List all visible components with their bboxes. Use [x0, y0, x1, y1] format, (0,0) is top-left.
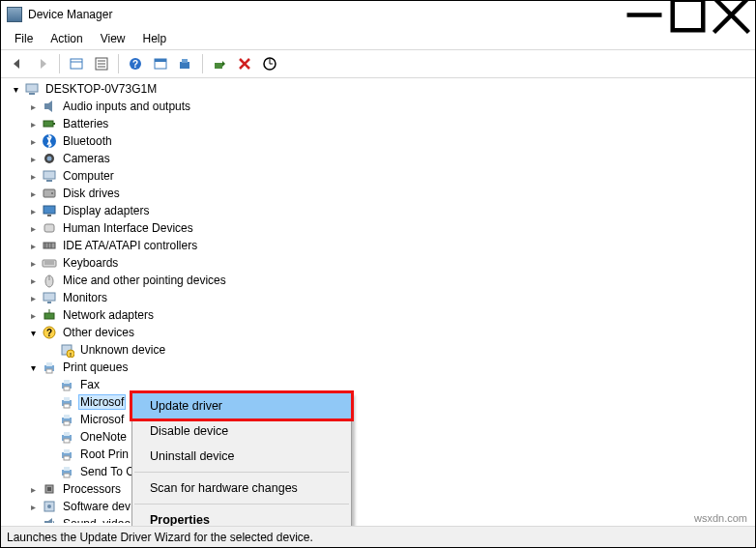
close-button[interactable] — [710, 1, 753, 28]
printer-icon — [59, 429, 74, 445]
menu-item-scan-hardware[interactable]: Scan for hardware changes — [132, 476, 351, 501]
properties-button[interactable] — [91, 53, 112, 74]
item-label: Microsof — [78, 412, 126, 427]
toolbar: ? — [1, 50, 755, 78]
tree-category[interactable]: ▸Batteries — [5, 115, 755, 132]
maximize-button[interactable] — [666, 1, 710, 28]
forward-button[interactable] — [32, 53, 53, 74]
back-button[interactable] — [7, 53, 28, 74]
enable-device-button[interactable] — [209, 53, 230, 74]
svg-rect-78 — [44, 521, 48, 523]
show-devices-button[interactable] — [150, 53, 171, 74]
tree-item[interactable]: Root Prin — [5, 446, 755, 463]
tree-category[interactable]: ▸Display adapters — [5, 202, 755, 219]
minimize-button[interactable] — [623, 1, 666, 28]
tree-category[interactable]: ▸Processors — [5, 480, 755, 498]
tree-item[interactable]: Microsof — [5, 411, 755, 428]
tree-category[interactable]: ▸Cameras — [5, 150, 755, 167]
ide-icon — [42, 238, 57, 253]
bluetooth-icon — [42, 133, 57, 149]
window-title: Device Manager — [28, 8, 623, 21]
category-label: Software dev — [61, 499, 132, 514]
chevron-right-icon[interactable]: ▸ — [26, 310, 40, 321]
svg-rect-44 — [44, 293, 55, 301]
item-label: Fax — [78, 377, 102, 392]
svg-point-27 — [47, 157, 52, 161]
chevron-right-icon[interactable]: ▸ — [26, 119, 40, 130]
tree-category[interactable]: ▸Keyboards — [5, 254, 755, 272]
tree-category[interactable]: ▸Monitors — [5, 289, 755, 306]
chevron-right-icon[interactable]: ▸ — [26, 258, 40, 269]
help-button[interactable]: ? — [125, 53, 146, 74]
chevron-right-icon[interactable]: ▸ — [26, 154, 40, 164]
chevron-right-icon[interactable]: ▸ — [26, 101, 40, 112]
chevron-right-icon[interactable]: ▸ — [26, 188, 40, 199]
svg-rect-22 — [44, 103, 48, 109]
tree-item[interactable]: Send To C — [5, 463, 755, 480]
chevron-right-icon[interactable]: ▸ — [26, 136, 40, 147]
tree-root[interactable]: ▾ DESKTOP-0V73G1M — [5, 80, 755, 98]
menu-item-uninstall-device[interactable]: Uninstall device — [132, 444, 351, 469]
chevron-right-icon[interactable]: ▸ — [26, 519, 40, 524]
chevron-right-icon[interactable]: ▸ — [26, 206, 40, 216]
tree-category[interactable]: ▸Human Interface Devices — [5, 219, 755, 237]
tree-category[interactable]: ▸Disk drives — [5, 185, 755, 202]
statusbar-text: Launches the Update Driver Wizard for th… — [7, 531, 313, 544]
chevron-down-icon[interactable]: ▾ — [26, 362, 40, 373]
tree-category[interactable]: ▸Computer — [5, 167, 755, 185]
chevron-down-icon[interactable]: ▾ — [9, 84, 22, 95]
svg-point-77 — [47, 505, 51, 508]
show-hidden-button[interactable] — [66, 53, 87, 74]
tree-item-unknown-device[interactable]: ! Unknown device — [5, 341, 755, 359]
chevron-right-icon[interactable]: ▸ — [26, 223, 40, 234]
tree-category-print-queues[interactable]: ▾ Print queues — [5, 359, 755, 376]
update-driver-button[interactable] — [175, 53, 196, 74]
tree-item[interactable]: OneNote — [5, 428, 755, 446]
chevron-right-icon[interactable]: ▸ — [26, 241, 40, 251]
svg-rect-28 — [44, 171, 55, 179]
titlebar: Device Manager — [1, 1, 755, 28]
category-label: IDE ATA/ATAPI controllers — [61, 238, 199, 253]
chevron-right-icon[interactable]: ▸ — [26, 484, 40, 495]
printer-icon — [59, 464, 74, 479]
device-tree[interactable]: ▾ DESKTOP-0V73G1M ▸Audio inputs and outp… — [1, 78, 755, 523]
computer-icon — [42, 168, 57, 184]
toolbar-separator — [59, 54, 60, 73]
menu-action[interactable]: Action — [43, 30, 90, 47]
tree-category[interactable]: ▸Network adapters — [5, 306, 755, 324]
uninstall-device-button[interactable] — [234, 53, 255, 74]
tree-item[interactable]: Microsof — [5, 393, 755, 411]
scan-hardware-button[interactable] — [259, 53, 280, 74]
tree-category[interactable]: ▸Audio inputs and outputs — [5, 98, 755, 115]
menu-file[interactable]: File — [7, 30, 41, 47]
category-label: Bluetooth — [61, 133, 114, 149]
chevron-right-icon[interactable]: ▸ — [26, 502, 40, 512]
menu-view[interactable]: View — [93, 30, 133, 47]
tree-category[interactable]: ▸IDE ATA/ATAPI controllers — [5, 237, 755, 254]
menu-item-disable-device[interactable]: Disable device — [132, 418, 351, 444]
computer-icon — [24, 81, 40, 97]
category-label: Monitors — [61, 290, 109, 305]
svg-rect-58 — [64, 387, 70, 390]
chevron-right-icon[interactable]: ▸ — [26, 293, 40, 303]
tree-item[interactable]: Fax — [5, 376, 755, 393]
tree-category[interactable]: ▸Sound, video — [5, 515, 755, 523]
tree-category[interactable]: ▸Mice and other pointing devices — [5, 272, 755, 289]
svg-rect-54 — [46, 362, 52, 366]
chevron-down-icon[interactable]: ▾ — [26, 328, 40, 338]
svg-rect-69 — [64, 449, 70, 453]
chevron-right-icon[interactable]: ▸ — [26, 275, 40, 286]
tree-category[interactable]: ▸Software dev — [5, 498, 755, 515]
chevron-right-icon[interactable]: ▸ — [26, 171, 40, 182]
menu-item-update-driver[interactable]: Update driver — [130, 390, 354, 421]
category-label: Computer — [61, 168, 116, 184]
svg-rect-63 — [64, 415, 70, 418]
svg-rect-30 — [44, 189, 55, 197]
svg-rect-67 — [64, 439, 70, 443]
menu-help[interactable]: Help — [135, 30, 175, 47]
unknown-device-icon: ! — [59, 342, 74, 358]
tree-category-other-devices[interactable]: ▾ ? Other devices — [5, 324, 755, 341]
svg-rect-21 — [29, 93, 35, 95]
tree-category[interactable]: ▸Bluetooth — [5, 132, 755, 150]
svg-rect-46 — [44, 313, 54, 319]
